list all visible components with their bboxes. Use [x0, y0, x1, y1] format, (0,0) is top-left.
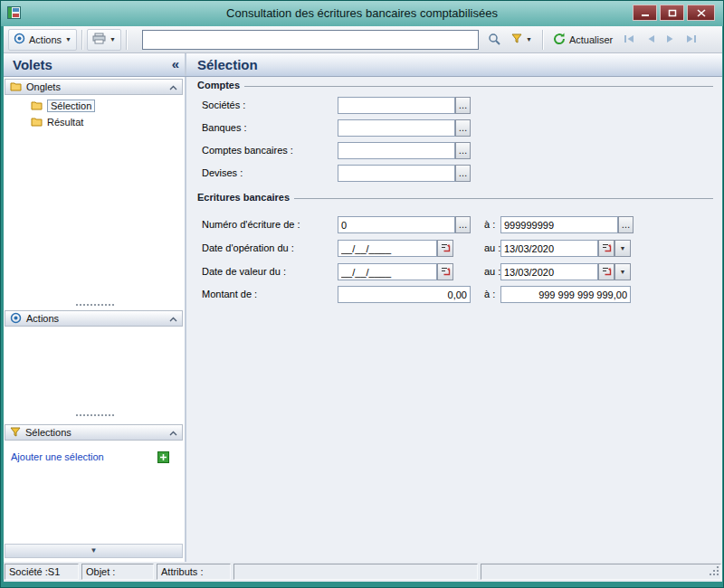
numero-from-input[interactable] — [338, 216, 455, 233]
sidebar-scroll-down[interactable]: ▼ — [5, 544, 183, 558]
dropdown-icon: ▼ — [110, 36, 116, 43]
numero-to-label: à : — [484, 219, 495, 230]
nav-previous-button[interactable] — [641, 29, 661, 51]
printer-icon — [92, 33, 106, 46]
minimize-button[interactable] — [633, 5, 657, 21]
numero-from-browse-button[interactable]: … — [455, 216, 471, 233]
chevron-up-icon — [169, 81, 177, 92]
group-ecritures-title: Ecritures bancaires — [197, 192, 294, 203]
actions-button-label: Actions — [29, 34, 62, 45]
application-window: Consultation des écritures bancaires com… — [0, 0, 724, 588]
date-operation-to-input[interactable] — [500, 240, 598, 257]
folder-icon — [31, 100, 43, 112]
devises-input[interactable] — [338, 165, 455, 182]
main-panel: Comptes Sociétés : … Banques : … Comptes… — [186, 77, 722, 562]
tree-item-label: Résultat — [47, 117, 83, 128]
panel-headers: Volets « Sélection — [4, 53, 722, 77]
chevron-up-icon — [169, 427, 177, 438]
nav-first-icon — [624, 34, 635, 45]
banques-input[interactable] — [338, 119, 455, 137]
add-selection-icon[interactable] — [157, 450, 169, 467]
numero-label: Numéro d'écriture de : — [202, 219, 300, 230]
societes-label: Sociétés : — [202, 100, 245, 110]
numero-to-browse-button[interactable]: … — [618, 216, 634, 233]
montant-to-label: à : — [484, 289, 495, 299]
arrow-down-icon: ▼ — [90, 546, 98, 555]
sidebar-header: Volets « — [4, 53, 185, 76]
status-attributs: Attributs : — [157, 564, 231, 580]
actions-icon — [14, 33, 25, 46]
group-comptes-title: Comptes — [197, 80, 244, 90]
calendar-icon — [602, 242, 612, 254]
date-valeur-from-input[interactable] — [338, 263, 437, 280]
add-selection-link[interactable]: Ajouter une sélection — [11, 451, 104, 462]
status-empty — [481, 564, 721, 580]
dropdown-icon: ▼ — [620, 245, 626, 251]
search-input[interactable] — [142, 30, 479, 50]
section-onglets-label: Onglets — [26, 81, 165, 92]
window-controls — [633, 5, 715, 21]
filter-icon — [10, 427, 21, 439]
maximize-button[interactable] — [660, 5, 684, 21]
date-operation-from-calendar-button[interactable] — [437, 240, 453, 257]
actions-button[interactable]: Actions ▼ — [8, 29, 77, 51]
comptes-bancaires-browse-button[interactable]: … — [455, 142, 471, 159]
collapse-sidebar-icon[interactable]: « — [172, 56, 179, 71]
dropdown-icon: ▼ — [65, 36, 71, 43]
sidebar-title: Volets — [13, 57, 52, 72]
banques-label: Banques : — [202, 122, 247, 133]
date-operation-label: Date d'opération du : — [202, 242, 294, 253]
nav-last-icon — [686, 34, 698, 45]
banques-browse-button[interactable]: … — [455, 119, 471, 137]
chevron-up-icon — [169, 313, 177, 324]
devises-label: Devises : — [202, 167, 243, 178]
date-operation-to-label: au : — [484, 242, 500, 253]
tree-item-selection[interactable]: Sélection — [31, 99, 95, 113]
search-button[interactable] — [482, 29, 506, 51]
close-button[interactable] — [687, 5, 715, 21]
devises-browse-button[interactable]: … — [455, 165, 471, 182]
section-selections-label: Sélections — [25, 427, 165, 438]
date-valeur-label: Date de valeur du : — [202, 266, 286, 277]
montant-to-input[interactable] — [500, 286, 631, 303]
montant-from-input[interactable] — [338, 286, 471, 303]
panel-splitter[interactable] — [76, 413, 114, 416]
group-divider — [244, 86, 713, 87]
page-title: Sélection — [197, 57, 258, 72]
resize-grip[interactable] — [709, 565, 719, 578]
toolbar-separator — [81, 30, 82, 50]
nav-last-button[interactable] — [681, 29, 703, 51]
calendar-icon — [602, 266, 612, 278]
filter-button[interactable]: ▼ — [506, 29, 538, 51]
date-operation-to-calendar-button[interactable] — [598, 240, 614, 257]
numero-to-input[interactable] — [500, 216, 618, 233]
comptes-bancaires-input[interactable] — [338, 142, 455, 159]
date-valeur-to-dropdown-button[interactable]: ▼ — [614, 263, 631, 280]
folder-icon — [31, 117, 43, 128]
dropdown-icon: ▼ — [620, 269, 626, 275]
filter-icon — [511, 33, 522, 45]
date-operation-to-dropdown-button[interactable]: ▼ — [614, 240, 631, 257]
print-button[interactable]: ▼ — [87, 29, 121, 51]
refresh-button[interactable]: Actualiser — [548, 29, 618, 51]
nav-next-button[interactable] — [661, 29, 681, 51]
status-bar: Société :S1 Objet : Attributs : — [4, 562, 722, 582]
section-onglets[interactable]: Onglets — [5, 79, 183, 95]
date-valeur-to-input[interactable] — [500, 263, 598, 280]
toolbar-separator — [126, 30, 127, 50]
status-empty — [233, 564, 478, 580]
date-valeur-to-calendar-button[interactable] — [598, 263, 614, 280]
section-actions[interactable]: Actions — [5, 310, 183, 327]
group-ecritures-header: Ecritures bancaires — [197, 192, 713, 203]
date-valeur-from-calendar-button[interactable] — [437, 263, 453, 280]
panel-splitter[interactable] — [76, 303, 114, 306]
societes-browse-button[interactable]: … — [455, 97, 471, 114]
nav-first-button[interactable] — [618, 29, 641, 51]
date-operation-from-input[interactable] — [338, 240, 437, 257]
main-header: Sélection — [185, 53, 722, 76]
search-icon — [488, 33, 500, 47]
section-selections[interactable]: Sélections — [5, 424, 183, 441]
nav-previous-icon — [646, 34, 655, 45]
tree-item-resultat[interactable]: Résultat — [31, 115, 83, 129]
societes-input[interactable] — [338, 97, 455, 114]
